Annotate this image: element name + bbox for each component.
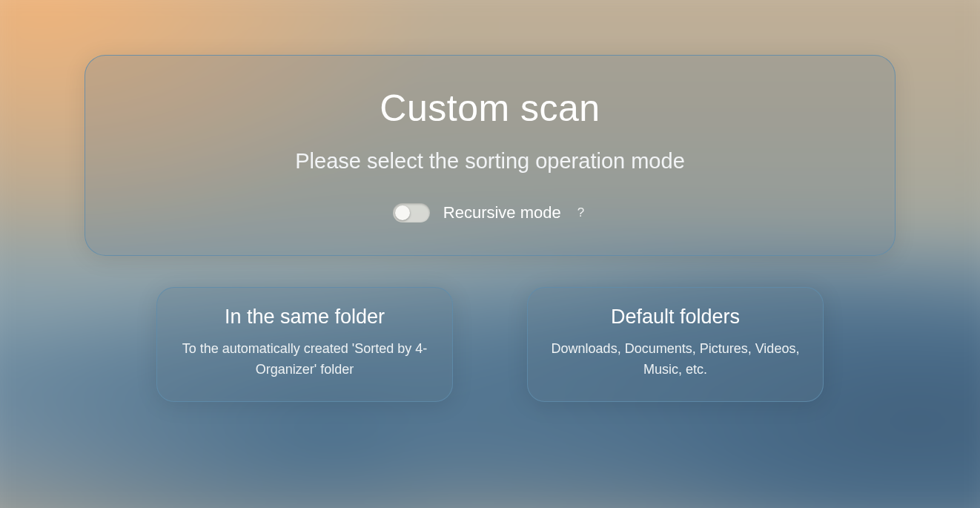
recursive-mode-label: Recursive mode — [443, 203, 561, 222]
option-desc: Downloads, Documents, Pictures, Videos, … — [547, 339, 804, 380]
page-title: Custom scan — [115, 87, 865, 130]
help-icon[interactable]: ? — [575, 204, 587, 222]
option-title: Default folders — [547, 306, 804, 329]
main-stage: Custom scan Please select the sorting op… — [0, 0, 980, 508]
header-panel: Custom scan Please select the sorting op… — [85, 55, 895, 256]
page-subtitle: Please select the sorting operation mode — [115, 149, 865, 174]
option-desc: To the automatically created 'Sorted by … — [176, 339, 433, 380]
option-same-folder[interactable]: In the same folder To the automatically … — [156, 287, 453, 402]
recursive-mode-row: Recursive mode ? — [115, 203, 865, 222]
option-title: In the same folder — [176, 306, 433, 329]
toggle-knob — [395, 205, 410, 220]
option-default-folders[interactable]: Default folders Downloads, Documents, Pi… — [527, 287, 824, 402]
options-row: In the same folder To the automatically … — [156, 287, 824, 402]
recursive-mode-toggle[interactable] — [393, 203, 430, 222]
